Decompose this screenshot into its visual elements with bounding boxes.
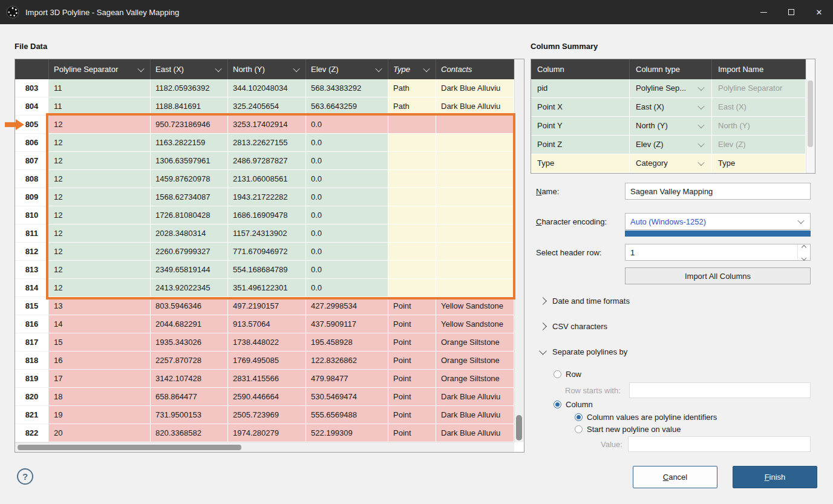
summary-row[interactable]: pidPolyline Sep...Polyline Separator <box>531 79 806 98</box>
cell-contacts[interactable]: Orange Siltstone <box>436 352 514 370</box>
cell-type[interactable]: Point <box>388 315 436 333</box>
cell-north[interactable]: 2131.06008561 <box>228 170 306 188</box>
cell-sep[interactable]: 12 <box>49 116 151 134</box>
chevron-down-icon[interactable] <box>374 65 383 74</box>
cell-sep[interactable]: 16 <box>49 352 151 370</box>
cell-contacts[interactable]: Yellow Sandstone <box>436 297 514 315</box>
column-header-north[interactable]: North (Y) <box>228 59 306 79</box>
cell-elev[interactable]: 0.0 <box>306 188 388 206</box>
cell-contacts[interactable] <box>436 170 514 188</box>
cell-east[interactable]: 1459.87620978 <box>151 170 228 188</box>
value-input[interactable] <box>628 436 811 452</box>
summary-column-type-dropdown[interactable]: Polyline Sep... <box>630 79 712 98</box>
cell-elev[interactable]: 0.0 <box>306 170 388 188</box>
cell-type[interactable] <box>388 170 436 188</box>
cell-type[interactable] <box>388 134 436 152</box>
cell-sep[interactable]: 17 <box>49 370 151 388</box>
cell-elev[interactable]: 568.34383292 <box>306 79 388 97</box>
section-separate-polylines[interactable]: Separate polylines by <box>540 346 627 357</box>
cell-type[interactable]: Point <box>388 297 436 315</box>
cell-contacts[interactable] <box>436 116 514 134</box>
chevron-down-icon[interactable] <box>697 84 705 93</box>
cell-contacts[interactable] <box>436 152 514 170</box>
header-row-spinner[interactable]: 1 <box>625 244 811 261</box>
cell-elev[interactable]: 555.6569488 <box>306 406 388 424</box>
cell-east[interactable]: 2413.92022345 <box>151 279 228 297</box>
cell-east[interactable]: 2257.870728 <box>151 352 228 370</box>
summary-column-type-dropdown[interactable]: Category <box>630 154 712 173</box>
cell-type[interactable]: Path <box>388 97 436 116</box>
table-row[interactable]: 80512950.7231869463253.174029140.0 <box>15 116 524 134</box>
cell-elev[interactable]: 437.5909117 <box>306 315 388 333</box>
radio-button-icon[interactable] <box>554 401 561 408</box>
row-starts-with-input[interactable] <box>629 382 811 398</box>
cell-type[interactable] <box>388 188 436 206</box>
summary-row[interactable]: Point ZElev (Z)Elev (Z) <box>531 136 806 154</box>
cell-north[interactable]: 1943.21722282 <box>228 188 306 206</box>
cell-contacts[interactable]: Orange Siltstone <box>436 370 514 388</box>
table-row[interactable]: 82119731.95001532505.723969555.6569488Po… <box>15 406 524 424</box>
table-row[interactable]: 811122028.34803141157.243139020.0 <box>15 224 524 243</box>
cell-east[interactable]: 2349.65819144 <box>151 261 228 279</box>
chevron-down-icon[interactable] <box>292 65 301 74</box>
cell-type[interactable] <box>388 152 436 170</box>
import-all-columns-button[interactable]: Import All Columns <box>625 267 811 284</box>
table-row[interactable]: 818162257.8707281769.495085122.8326862Po… <box>15 352 524 370</box>
column-header-sep[interactable]: Polyline Separator <box>49 59 151 79</box>
cell-sep[interactable]: 12 <box>49 188 151 206</box>
cell-north[interactable]: 2590.446664 <box>228 388 306 406</box>
cell-sep[interactable]: 11 <box>49 79 151 97</box>
scrollbar-thumb[interactable] <box>516 415 522 440</box>
cell-north[interactable]: 325.2405654 <box>228 97 306 116</box>
cell-east[interactable]: 2028.3480314 <box>151 224 228 243</box>
cell-sep[interactable]: 12 <box>49 170 151 188</box>
table-row[interactable]: 807121306.635979612486.972878270.0 <box>15 152 524 170</box>
section-date-time-formats[interactable]: Date and time formats <box>540 295 630 306</box>
cell-contacts[interactable]: Dark Blue Alluviu <box>436 79 514 97</box>
name-input[interactable]: Sagean Valley Mapping <box>625 183 811 200</box>
cell-east[interactable]: 803.5946346 <box>151 297 228 315</box>
cell-sep[interactable]: 12 <box>49 243 151 261</box>
column-header-east[interactable]: East (X) <box>151 59 228 79</box>
table-row[interactable]: 813122349.65819144554.1686847890.0 <box>15 261 524 279</box>
cell-contacts[interactable]: Yellow Sandstone <box>436 315 514 333</box>
cell-type[interactable]: Point <box>388 406 436 424</box>
cell-north[interactable]: 2831.415566 <box>228 370 306 388</box>
cell-north[interactable]: 344.102048034 <box>228 79 306 97</box>
cell-north[interactable]: 771.670946972 <box>228 243 306 261</box>
cell-north[interactable]: 1738.448022 <box>228 333 306 352</box>
cell-contacts[interactable] <box>436 206 514 224</box>
summary-column-type-dropdown[interactable]: North (Y) <box>630 117 712 136</box>
cell-sep[interactable]: 14 <box>49 315 151 333</box>
cell-contacts[interactable]: Dark Blue Alluviu <box>436 424 514 442</box>
cell-east[interactable]: 1188.841691 <box>151 97 228 116</box>
cell-north[interactable]: 1769.495085 <box>228 352 306 370</box>
cell-type[interactable] <box>388 243 436 261</box>
radio-column[interactable]: Column <box>554 400 593 409</box>
encoding-dropdown[interactable]: Auto (Windows-1252) <box>625 213 811 230</box>
section-csv-characters[interactable]: CSV characters <box>540 321 607 332</box>
finish-button[interactable]: Finish <box>733 466 817 488</box>
spinner-up-icon[interactable] <box>802 242 806 251</box>
cell-contacts[interactable]: Dark Blue Alluviu <box>436 97 514 116</box>
cell-east[interactable]: 820.3368582 <box>151 424 228 442</box>
help-button[interactable]: ? <box>17 468 33 485</box>
cell-type[interactable]: Point <box>388 333 436 352</box>
column-header-elev[interactable]: Elev (Z) <box>306 59 388 79</box>
cell-contacts[interactable] <box>436 261 514 279</box>
cell-type[interactable] <box>388 261 436 279</box>
file-table-horizontal-scrollbar[interactable] <box>15 442 514 452</box>
cell-elev[interactable]: 0.0 <box>306 152 388 170</box>
cancel-button[interactable]: Cancel <box>633 466 717 488</box>
cell-north[interactable]: 2486.97287827 <box>228 152 306 170</box>
table-row[interactable]: 817151935.3430261738.448022195.458928Poi… <box>15 333 524 352</box>
table-row[interactable]: 82018658.8644772590.446664530.5469474Poi… <box>15 388 524 406</box>
cell-elev[interactable]: 530.5469474 <box>306 388 388 406</box>
cell-type[interactable] <box>388 116 436 134</box>
minimize-button[interactable] <box>750 0 777 24</box>
table-row[interactable]: 816142044.682291913.57064437.5909117Poin… <box>15 315 524 333</box>
column-header-type[interactable]: Type <box>388 59 436 79</box>
summary-column-type-dropdown[interactable]: East (X) <box>630 98 712 117</box>
cell-contacts[interactable] <box>436 188 514 206</box>
file-table-vertical-scrollbar[interactable] <box>514 59 524 442</box>
